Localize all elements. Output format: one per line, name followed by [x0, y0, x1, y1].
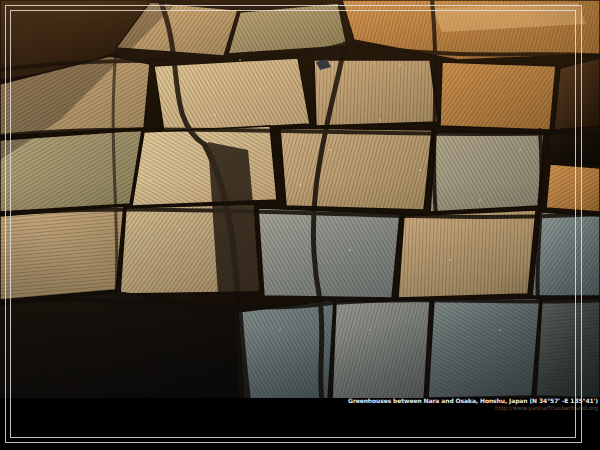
- caption-block: Greenhouses between Nara and Osaka, Hons…: [348, 397, 598, 411]
- photo-credit-url: http://www.yannarthusbertrand.org: [348, 404, 598, 411]
- aerial-photo-greenhouses: [0, 0, 600, 450]
- wallpaper-canvas: Greenhouses between Nara and Osaka, Hons…: [0, 0, 600, 450]
- vignette-overlay: [0, 0, 600, 400]
- caption-bar: Greenhouses between Nara and Osaka, Hons…: [0, 400, 600, 450]
- photo-caption-title: Greenhouses between Nara and Osaka, Hons…: [348, 397, 598, 404]
